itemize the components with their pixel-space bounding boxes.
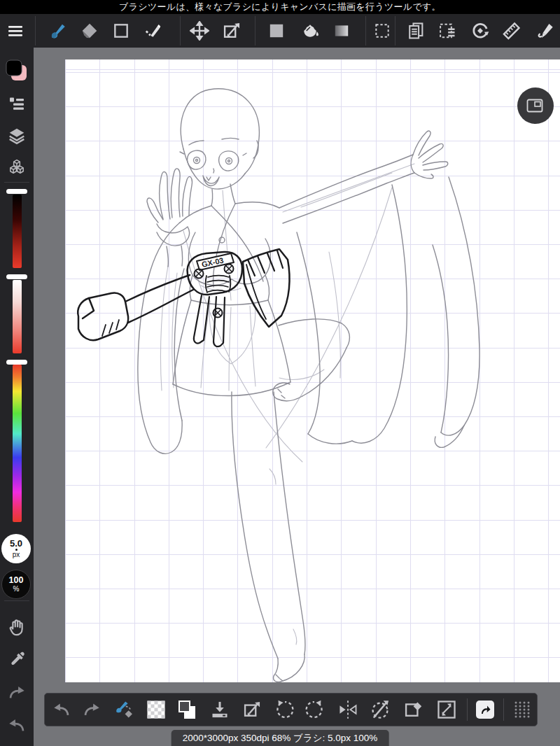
brush-size-unit: px	[13, 551, 20, 558]
move-tool-icon[interactable]	[190, 21, 209, 41]
toolbar-divider	[467, 698, 468, 721]
hamburger-menu-icon[interactable]	[8, 23, 23, 38]
brush-tool-icon[interactable]	[49, 22, 67, 40]
tool-hint-bar: ブラシツールは、様々なブラシによりキャンバスに描画を行うツールです。	[0, 0, 560, 14]
save-export-icon[interactable]	[210, 700, 230, 719]
brush-panel-icon[interactable]	[8, 95, 25, 112]
layer-color-swatch[interactable]	[177, 699, 198, 720]
transform-tool-icon[interactable]	[222, 21, 241, 41]
fill-rect-tool-icon[interactable]	[267, 22, 286, 40]
toolbar-divider	[503, 698, 504, 721]
layer-select-tool-icon[interactable]	[438, 21, 457, 41]
gradient-tool-icon[interactable]	[332, 22, 351, 40]
toolbar-divider	[180, 16, 181, 45]
color-swatch[interactable]	[5, 59, 29, 83]
hue-slider-handle[interactable]	[6, 360, 27, 365]
saturation-slider[interactable]	[13, 280, 22, 353]
hue-slider[interactable]	[13, 365, 22, 522]
rotate-cw-icon[interactable]	[304, 699, 325, 720]
materials-panel-icon[interactable]	[8, 159, 26, 177]
undo-icon[interactable]	[52, 701, 71, 719]
eyedropper-tool-icon[interactable]	[8, 651, 26, 668]
brush-size-indicator[interactable]: 5.0 px	[1, 534, 31, 563]
canvas-surround: GX-03	[34, 48, 560, 746]
brush-size-value: 5.0	[10, 539, 22, 548]
pan-tool-icon[interactable]	[8, 618, 27, 637]
shape-rect-tool-icon[interactable]	[112, 22, 130, 40]
bucket-tool-icon[interactable]	[300, 21, 320, 41]
open-fullscreen-icon	[479, 703, 491, 716]
brush-eraser-toggle-icon[interactable]	[114, 699, 135, 720]
sidebar-divider	[4, 182, 29, 183]
brush-opacity-indicator[interactable]: 100 %	[1, 570, 31, 599]
rotate-canvas-tool-icon[interactable]	[470, 21, 490, 41]
bottom-toolbar	[44, 693, 538, 726]
status-text: 2000*3000px 350dpi 68% ブラシ: 5.0px 100%	[183, 732, 378, 745]
value-slider[interactable]	[13, 195, 22, 268]
undo-icon[interactable]	[8, 716, 27, 735]
floating-window-icon	[526, 98, 545, 113]
left-sidebar: 5.0 px 100 %	[0, 48, 34, 746]
curve-snap-tool-icon[interactable]	[144, 22, 162, 40]
fit-screen-icon[interactable]	[436, 699, 457, 720]
redo-icon[interactable]	[83, 701, 102, 719]
clear-rotation-icon[interactable]	[403, 700, 423, 719]
reset-rotation-icon[interactable]	[370, 699, 391, 720]
rotate-ccw-icon[interactable]	[274, 699, 295, 720]
toolbar-divider	[365, 16, 366, 45]
flip-horizontal-icon[interactable]	[337, 699, 358, 720]
layers-panel-icon[interactable]	[8, 127, 26, 145]
ruler-tool-icon[interactable]	[502, 21, 522, 41]
navigator-button[interactable]	[517, 87, 554, 124]
top-toolbar	[0, 14, 560, 48]
app-window: ブラシツールは、様々なブラシによりキャンバスに描画を行うツールです。	[0, 0, 560, 746]
value-slider-handle[interactable]	[6, 189, 27, 194]
sidebar-divider	[4, 600, 29, 601]
open-fullscreen-button[interactable]	[476, 701, 494, 719]
marquee-select-tool-icon[interactable]	[373, 22, 391, 40]
copy-layer-tool-icon[interactable]	[406, 21, 426, 41]
saturation-slider-handle[interactable]	[6, 274, 27, 279]
status-bar: 2000*3000px 350dpi 68% ブラシ: 5.0px 100%	[172, 730, 389, 746]
eraser-tool-icon[interactable]	[80, 22, 99, 40]
toolbar-divider	[395, 16, 396, 45]
redo-icon[interactable]	[8, 683, 27, 702]
toolbar-divider	[35, 16, 36, 45]
brush-opacity-value: 100	[9, 576, 24, 585]
toolbar-divider	[255, 16, 255, 45]
drawing-canvas[interactable]	[65, 59, 560, 682]
tool-hint-text: ブラシツールは、様々なブラシによりキャンバスに描画を行うツールです。	[119, 1, 441, 13]
transform-icon[interactable]	[242, 700, 262, 719]
material-pen-tool-icon[interactable]	[535, 21, 554, 41]
drag-handle-icon[interactable]	[513, 701, 530, 719]
brush-opacity-unit: %	[13, 586, 20, 593]
transparent-bg-swatch[interactable]	[147, 701, 166, 719]
